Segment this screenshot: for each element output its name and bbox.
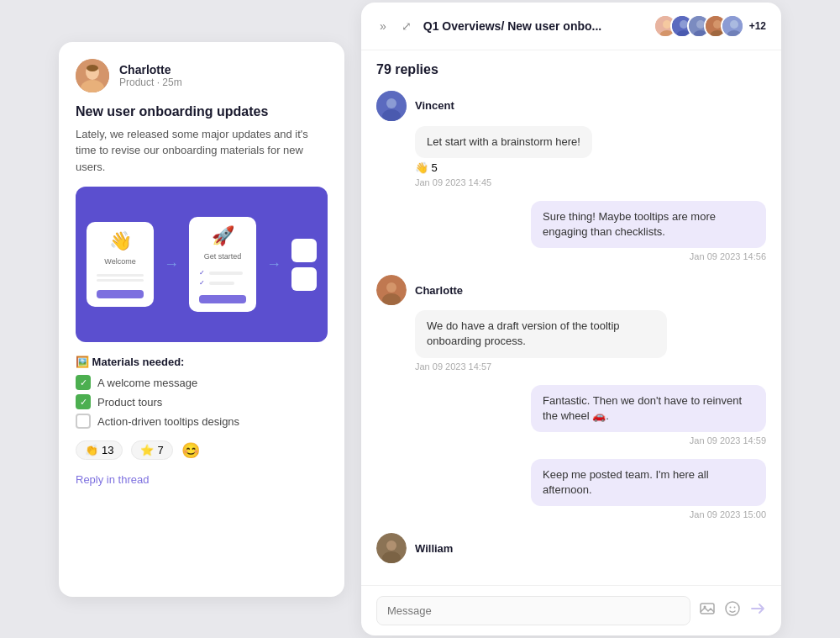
clap-count: 13 xyxy=(102,444,113,456)
arrow-icon: → xyxy=(164,256,179,273)
post-card: Charlotte Product · 25m New user onboard… xyxy=(59,42,344,597)
star-emoji: ⭐ xyxy=(140,444,154,456)
message-time: Jan 09 2023 14:45 xyxy=(415,177,766,187)
avatar-header-5 xyxy=(721,14,744,38)
author-meta: Product · 25m xyxy=(119,76,182,88)
welcome-card: 👋 Welcome xyxy=(87,222,154,307)
reaction-clap[interactable]: 👏 13 xyxy=(76,440,123,460)
checklist-item: ✓ Product tours xyxy=(76,394,328,409)
message-bubble-charlotte: We do have a draft version of the toolti… xyxy=(415,310,667,357)
message-input[interactable] xyxy=(376,596,690,625)
image-icon[interactable] xyxy=(699,600,716,621)
message-group-william: William xyxy=(376,533,766,563)
check-icon-2: ✓ xyxy=(76,394,91,409)
panel-header: » ⤢ Q1 Overviews/ New user onbo... +12 xyxy=(361,3,781,50)
svg-point-24 xyxy=(386,282,396,293)
checklist-item: ✓ A welcome message xyxy=(76,375,328,390)
replies-count: 79 replies xyxy=(361,50,781,82)
sender-row-charlotte: Charlotte xyxy=(376,275,766,305)
checklist-text-2: Product tours xyxy=(97,396,162,409)
reply-in-thread-link[interactable]: Reply in thread xyxy=(76,473,149,486)
sender-name-charlotte: Charlotte xyxy=(415,284,463,297)
messages-area: Vincent Let start with a brainstorm here… xyxy=(361,82,781,586)
avatar-count: +12 xyxy=(749,20,766,32)
message-bubble-right: Sure thing! Maybe tooltips are more enga… xyxy=(531,201,766,248)
avatars-group: +12 xyxy=(654,14,766,38)
message-reaction[interactable]: 👋 5 xyxy=(415,161,766,174)
add-reaction-icon[interactable]: 😊 xyxy=(181,441,200,460)
expand-icon[interactable]: ⤢ xyxy=(398,18,415,34)
post-header: Charlotte Product · 25m xyxy=(76,59,328,92)
sender-name-william: William xyxy=(415,542,453,555)
post-image: 👋 Welcome → 🚀 Get started ✓ ✓ → xyxy=(76,187,328,342)
author-name: Charlotte xyxy=(119,63,182,76)
message-time-right-2: Jan 09 2023 14:59 xyxy=(690,435,766,446)
chevrons-icon[interactable]: » xyxy=(376,18,390,34)
checklist-item: Action-driven tooltips designs xyxy=(76,414,328,429)
step-cards xyxy=(291,239,317,291)
sender-name-vincent: Vincent xyxy=(415,99,454,112)
svg-point-21 xyxy=(386,98,396,108)
check-icon-1: ✓ xyxy=(76,375,91,390)
avatar-vincent xyxy=(376,91,407,121)
materials-section: 🖼️ Materials needed: ✓ A welcome message… xyxy=(76,356,328,429)
reaction-star[interactable]: ⭐ 7 xyxy=(131,440,172,460)
materials-title: 🖼️ Materials needed: xyxy=(76,356,328,368)
right-message-1: Sure thing! Maybe tooltips are more enga… xyxy=(376,201,766,261)
clap-emoji: 👏 xyxy=(85,444,98,456)
message-bubble: Let start with a brainstorm here! xyxy=(415,126,592,158)
sender-row-william: William xyxy=(376,533,766,563)
check-icon-3 xyxy=(76,414,91,429)
message-group-vincent: Vincent Let start with a brainstorm here… xyxy=(376,91,766,187)
message-group-charlotte: Charlotte We do have a draft version of … xyxy=(376,275,766,371)
right-message-2: Fantastic. Then we don't have to reinven… xyxy=(376,385,766,446)
panel-title: Q1 Overviews/ New user onbo... xyxy=(423,19,645,33)
reactions-bar: 👏 13 ⭐ 7 😊 xyxy=(76,440,328,460)
right-message-3: Keep me posted team. I'm here all aftern… xyxy=(376,459,766,519)
message-input-area xyxy=(361,585,781,635)
svg-point-32 xyxy=(730,607,732,609)
message-bubble-right-3: Keep me posted team. I'm here all aftern… xyxy=(531,459,766,506)
post-title: New user onboarding updates xyxy=(76,104,328,119)
thread-panel: » ⤢ Q1 Overviews/ New user onbo... +12 7… xyxy=(361,3,781,636)
message-time-right-3: Jan 09 2023 15:00 xyxy=(690,509,766,519)
svg-point-33 xyxy=(734,607,736,609)
sender-row: Vincent xyxy=(376,91,766,121)
emoji-icon[interactable] xyxy=(724,600,741,621)
avatar xyxy=(76,59,109,92)
checklist-text-3: Action-driven tooltips designs xyxy=(97,415,239,428)
checklist-text-1: A welcome message xyxy=(97,377,197,389)
arrow-icon-2: → xyxy=(266,256,281,273)
star-count: 7 xyxy=(157,444,163,456)
message-bubble-right-2: Fantastic. Then we don't have to reinven… xyxy=(531,385,766,432)
post-body: Lately, we released some major updates a… xyxy=(76,126,328,176)
get-started-card: 🚀 Get started ✓ ✓ xyxy=(189,217,256,312)
avatar-william xyxy=(376,533,407,563)
avatar-charlotte xyxy=(376,275,407,305)
svg-point-31 xyxy=(726,602,739,615)
svg-rect-29 xyxy=(701,604,714,614)
svg-point-18 xyxy=(730,20,738,29)
message-time-right: Jan 09 2023 14:56 xyxy=(690,251,766,261)
send-icon[interactable] xyxy=(749,600,766,621)
svg-point-4 xyxy=(87,65,98,71)
svg-point-27 xyxy=(386,540,396,551)
message-time-charlotte: Jan 09 2023 14:57 xyxy=(415,361,766,372)
